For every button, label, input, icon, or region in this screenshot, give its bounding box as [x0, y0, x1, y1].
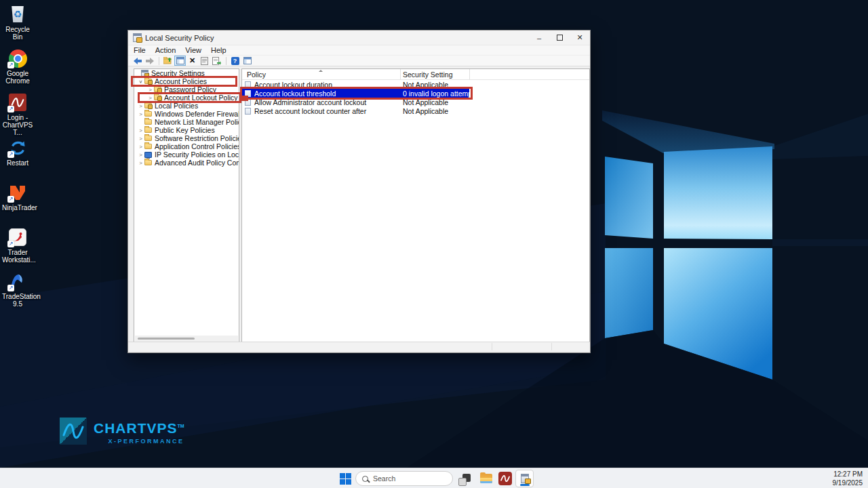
menu-action[interactable]: Action	[155, 46, 176, 54]
folder-lock-icon	[144, 79, 152, 84]
export-list-button[interactable]	[211, 56, 222, 66]
tree-root-security-settings[interactable]: Security Settings	[134, 69, 239, 77]
horizontal-scrollbar[interactable]	[135, 336, 238, 342]
local-security-policy-window: Local Security Policy – ✕ File Action Vi…	[127, 30, 591, 353]
menu-help[interactable]: Help	[211, 46, 226, 54]
new-window-button[interactable]	[241, 56, 253, 66]
help-button[interactable]: ?	[229, 56, 241, 66]
expander-icon[interactable]: >	[147, 87, 153, 93]
icon-label: Restart	[2, 159, 33, 167]
column-divider[interactable]	[400, 69, 401, 80]
menu-file[interactable]: File	[134, 46, 146, 54]
forward-button[interactable]	[144, 56, 155, 66]
close-button[interactable]: ✕	[570, 30, 590, 45]
tree-item-application-control[interactable]: > Application Control Policies	[134, 142, 239, 150]
policy-row-account-lockout-duration[interactable]: Account lockout duration Not Applicable	[242, 80, 469, 89]
active-app-indicator	[520, 484, 530, 486]
tree-item-label: Password Policy	[164, 85, 216, 94]
policy-name: Allow Administrator account lockout	[254, 98, 403, 106]
desktop-icon-restart[interactable]: ↗ Restart	[2, 138, 33, 167]
local-security-policy-taskbar-button[interactable]	[515, 470, 534, 487]
menu-view[interactable]: View	[185, 46, 201, 54]
tree-item-account-policies[interactable]: > Account Policies	[134, 77, 239, 85]
folder-icon	[144, 119, 152, 125]
task-view-button[interactable]	[459, 471, 475, 486]
recycle-bin-icon: ♻	[11, 6, 24, 22]
tree-item-account-lockout-policy[interactable]: > Account Lockout Policy	[134, 94, 239, 102]
tree-item-windows-defender-firewall[interactable]: > Windows Defender Firewall with Adva	[134, 110, 239, 118]
policy-icon	[245, 99, 251, 106]
maximize-button[interactable]	[549, 30, 570, 45]
show-console-tree-button[interactable]	[174, 56, 186, 66]
desktop-icon-login-chartvps[interactable]: ↗ Login -ChartVPS T...	[2, 92, 33, 136]
search-box[interactable]: Search	[355, 471, 453, 486]
tree-item-password-policy[interactable]: > Password Policy	[134, 85, 239, 94]
up-one-level-button[interactable]	[162, 56, 174, 66]
expander-icon[interactable]: >	[147, 95, 153, 101]
minimize-button[interactable]: –	[529, 30, 549, 45]
desktop-icon-recycle-bin[interactable]: ♻ Recycle Bin	[2, 4, 33, 41]
delete-button[interactable]: ✕	[186, 56, 198, 66]
task-view-icon	[461, 472, 473, 485]
chartvps-app-button[interactable]	[497, 471, 513, 486]
scrollbar-thumb[interactable]	[138, 338, 195, 340]
help-icon: ?	[231, 57, 239, 65]
policy-icon	[245, 81, 251, 88]
tree-item-public-key-policies[interactable]: > Public Key Policies	[134, 126, 239, 134]
tree-item-label: Network List Manager Policies	[155, 118, 239, 126]
policy-icon	[245, 108, 251, 115]
properties-button[interactable]	[199, 56, 210, 66]
menu-bar: File Action View Help	[128, 45, 590, 55]
console-tree-pane[interactable]: Security Settings > Account Policies > P…	[134, 68, 239, 343]
expander-icon[interactable]: >	[138, 111, 144, 117]
icon-label: NinjaTrader	[2, 204, 33, 211]
toolbar: ✕ ?	[128, 55, 590, 66]
icon-label: TradeStation	[2, 293, 33, 300]
back-button[interactable]	[132, 56, 143, 66]
policy-row-allow-administrator-lockout[interactable]: Allow Administrator account lockout Not …	[242, 98, 469, 106]
desktop-icon-tradestation[interactable]: ↗ TradeStation9.5	[2, 271, 33, 308]
column-divider[interactable]	[469, 69, 470, 80]
window-titlebar[interactable]: Local Security Policy – ✕	[128, 30, 590, 45]
policy-row-account-lockout-threshold[interactable]: Account lockout threshold 0 invalid logo…	[242, 89, 469, 98]
desktop-icon-google-chrome[interactable]: ↗ GoogleChrome	[2, 48, 33, 85]
policy-row-reset-lockout-counter[interactable]: Reset account lockout counter after Not …	[242, 106, 469, 115]
expander-icon[interactable]: >	[138, 103, 144, 109]
clock[interactable]: 12:27 PM 9/19/2025	[833, 470, 863, 487]
policy-list-pane[interactable]: Policy Security Setting Account lockout …	[241, 68, 590, 343]
maximize-icon	[557, 35, 563, 41]
policy-name: Account lockout duration	[254, 81, 403, 89]
expander-icon[interactable]: >	[138, 136, 144, 142]
tree-item-advanced-audit-policy[interactable]: > Advanced Audit Policy Configuration	[134, 159, 239, 167]
expander-icon[interactable]: >	[138, 127, 144, 134]
desktop-icon-ninjatrader[interactable]: ↗ NinjaTrader	[2, 182, 33, 211]
tree-item-network-list-manager[interactable]: Network List Manager Policies	[134, 118, 239, 126]
chartvps-watermark: CHARTVPSTM X-PERFORMANCE	[60, 418, 184, 445]
desktop-icon-trader-workstation[interactable]: ↗ TraderWorkstati...	[2, 227, 33, 264]
watermark-subtitle: X-PERFORMANCE	[94, 438, 184, 445]
start-button[interactable]	[337, 471, 353, 486]
shortcut-arrow-icon: ↗	[7, 196, 14, 203]
column-header-security-setting[interactable]: Security Setting	[403, 70, 453, 79]
expander-icon[interactable]: >	[138, 160, 144, 166]
sort-ascending-icon	[319, 70, 323, 72]
folder-lock-icon	[154, 95, 161, 100]
column-header-policy[interactable]: Policy	[247, 70, 266, 79]
tree-item-local-policies[interactable]: > Local Policies	[134, 102, 239, 110]
tree-item-ip-security-policies[interactable]: > IP Security Policies on Local Compute	[134, 150, 239, 159]
expander-icon[interactable]: >	[138, 79, 144, 85]
file-explorer-button[interactable]	[478, 471, 494, 486]
shortcut-arrow-icon: ↗	[7, 106, 14, 113]
icon-label: Login -	[2, 114, 33, 121]
icon-label: Google	[2, 70, 33, 77]
status-bar	[128, 342, 590, 351]
tray-date: 9/19/2025	[833, 479, 863, 487]
icon-label: Trader	[2, 249, 33, 256]
shortcut-arrow-icon: ↗	[7, 241, 14, 247]
expander-icon[interactable]: >	[138, 152, 144, 158]
icon-label: ChartVPS T...	[2, 121, 33, 136]
expander-icon[interactable]: >	[138, 144, 144, 150]
folder-lock-icon	[154, 87, 161, 92]
toolbar-separator	[159, 57, 159, 65]
tree-item-software-restriction[interactable]: > Software Restriction Policies	[134, 134, 239, 142]
